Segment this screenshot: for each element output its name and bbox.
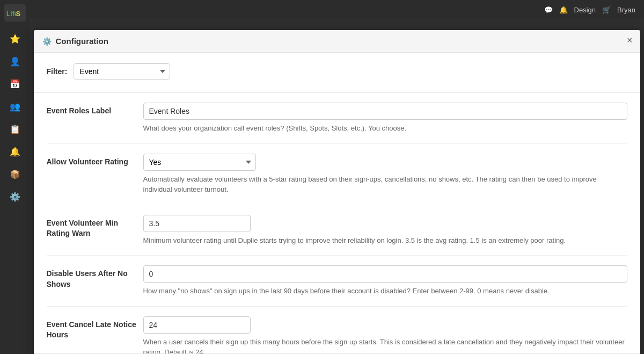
event-roles-label-content: What does your organization call event r… (143, 103, 627, 134)
sidebar-item-calendar[interactable]: 📅 (5, 74, 25, 93)
modal-body: Filter: Event All Volunteer Organization… (34, 53, 640, 353)
disable-users-no-shows-label: Disable Users After No Shows (47, 265, 143, 290)
disable-users-no-shows-help: How many "no shows" on sign ups in the l… (143, 286, 627, 297)
user-label[interactable]: Bryan (617, 6, 635, 14)
min-rating-warn-content: Minimum volunteer rating until Duplie st… (143, 215, 627, 246)
config-row-min-rating-warn: Event Volunteer Min Rating Warn Minimum … (47, 205, 627, 256)
allow-volunteer-rating-label: Allow Volunteer Rating (47, 154, 143, 168)
svg-text:S: S (16, 10, 20, 18)
sidebar-item-settings[interactable]: ⚙️ (5, 187, 25, 206)
disable-users-no-shows-input[interactable] (143, 265, 627, 283)
filter-select[interactable]: Event All Volunteer Organization (74, 63, 170, 80)
allow-volunteer-rating-help: Automatically evaluate volunteers with a… (143, 174, 627, 195)
bell-icon[interactable]: 🔔 (559, 6, 568, 14)
sidebar: Life S ⭐ 👤 📅 👥 📋 🔔 📦 ⚙️ (0, 0, 30, 354)
allow-volunteer-rating-content: Yes No Automatically evaluate volunteers… (143, 154, 627, 195)
top-bar: 💬 🔔 Design 🛒 Bryan (30, 0, 644, 19)
min-rating-warn-label: Event Volunteer Min Rating Warn (47, 215, 143, 239)
modal: ⚙️ Configuration × Filter: Event All Vol… (30, 19, 644, 354)
event-roles-label-help: What does your organization call event r… (143, 123, 627, 134)
gear-icon: ⚙️ (42, 37, 52, 46)
modal-title: Configuration (56, 37, 108, 46)
cancel-late-notice-help: When a user cancels their sign up this m… (143, 337, 627, 354)
modal-header: ⚙️ Configuration × (34, 30, 640, 53)
sidebar-item-reports[interactable]: 📋 (5, 119, 25, 139)
chat-icon[interactable]: 💬 (544, 6, 553, 14)
allow-volunteer-rating-select[interactable]: Yes No (143, 154, 256, 171)
sidebar-item-star[interactable]: ⭐ (5, 29, 25, 48)
modal-close-button[interactable]: × (627, 35, 633, 45)
event-roles-label-input[interactable] (143, 103, 627, 120)
min-rating-warn-help: Minimum volunteer rating until Duplie st… (143, 235, 627, 246)
design-label[interactable]: Design (574, 6, 596, 14)
event-roles-label-label: Event Roles Label (47, 103, 143, 117)
modal-dialog: ⚙️ Configuration × Filter: Event All Vol… (34, 30, 640, 354)
filter-label: Filter: (47, 67, 68, 76)
sidebar-item-groups[interactable]: 👥 (5, 97, 25, 116)
filter-row: Filter: Event All Volunteer Organization (47, 63, 627, 80)
sidebar-item-users[interactable]: 👤 (5, 52, 25, 71)
cart-icon[interactable]: 🛒 (602, 6, 611, 14)
cancel-late-notice-content: When a user cancels their sign up this m… (143, 316, 627, 354)
config-row-allow-volunteer-rating: Allow Volunteer Rating Yes No Automatica… (47, 144, 627, 205)
config-row-event-roles-label: Event Roles Label What does your organiz… (47, 93, 627, 144)
config-row-disable-users-no-shows: Disable Users After No Shows How many "n… (47, 256, 627, 307)
cancel-late-notice-input[interactable] (143, 316, 251, 334)
cancel-late-notice-label: Event Cancel Late Notice Hours (47, 316, 143, 341)
config-row-cancel-late-notice: Event Cancel Late Notice Hours When a us… (47, 307, 627, 354)
sidebar-item-notifications[interactable]: 🔔 (5, 142, 25, 161)
sidebar-item-packages[interactable]: 📦 (5, 164, 25, 184)
app-logo[interactable]: Life S (4, 4, 26, 21)
min-rating-warn-input[interactable] (143, 215, 251, 232)
disable-users-no-shows-content: How many "no shows" on sign ups in the l… (143, 265, 627, 297)
